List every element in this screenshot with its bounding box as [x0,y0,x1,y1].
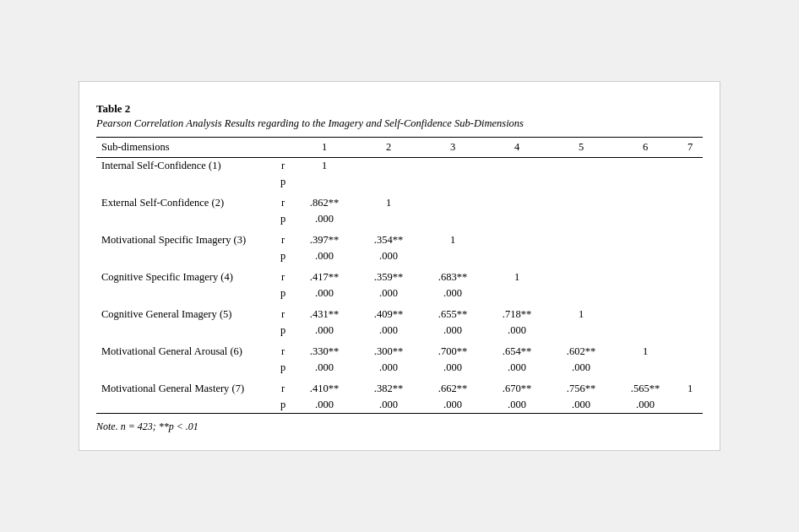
cell-p-5: .000 [549,360,613,381]
cell-p-3 [421,248,485,269]
cell-r-5 [549,158,613,175]
cell-r-5 [549,195,613,211]
row-stat-p: p [274,285,292,307]
cell-p-1: .000 [292,360,356,381]
cell-r-2: .359** [356,269,421,285]
cell-p-7 [677,397,703,414]
table-row: Cognitive Specific Imagery (4)r.417**.35… [96,269,703,285]
cell-r-1: 1 [292,158,356,175]
cell-r-3: 1 [421,232,485,248]
table-row: Motivational Specific Imagery (3)r.397**… [96,232,703,248]
cell-p-7 [677,323,703,344]
cell-r-5 [549,269,613,285]
cell-p-6 [613,360,677,381]
row-stat-p: p [274,248,292,269]
cell-p-3: .000 [421,360,485,381]
table-row: Motivational General Mastery (7)r.410**.… [96,381,703,397]
cell-p-5: .000 [549,397,613,414]
cell-r-3 [421,158,485,175]
table-row: External Self-Confidence (2)r.862**1 [96,195,703,211]
cell-r-5: .756** [549,381,613,397]
cell-p-6 [613,285,677,307]
cell-p-1: .000 [292,397,356,414]
row-stat-p: p [274,360,292,381]
cell-p-3 [421,211,485,232]
cell-r-3: .683** [421,269,485,285]
cell-r-7 [677,269,703,285]
cell-r-2: .354** [356,232,421,248]
row-label: Internal Self-Confidence (1) [96,158,274,175]
cell-r-7 [677,195,703,211]
row-label-empty [96,211,274,232]
cell-r-4: 1 [485,269,549,285]
row-stat-r: r [274,381,292,397]
cell-p-1: .000 [292,323,356,344]
table-container: Table 2 Pearson Correlation Analysis Res… [79,81,720,451]
row-label-empty [96,248,274,269]
header-col5: 5 [549,138,613,158]
cell-p-7 [677,360,703,381]
cell-r-5: .602** [549,344,613,360]
cell-p-5 [549,248,613,269]
cell-p-4 [485,248,549,269]
cell-r-7 [677,307,703,323]
header-col4: 4 [485,138,549,158]
cell-r-7 [677,232,703,248]
cell-p-3: .000 [421,285,485,307]
cell-p-2 [356,174,421,195]
row-stat-r: r [274,307,292,323]
row-stat-p: p [274,323,292,344]
cell-r-4: .670** [485,381,549,397]
cell-r-1: .410** [292,381,356,397]
table-row-p: p.000.000 [96,248,703,269]
row-label: Motivational General Arousal (6) [96,344,274,360]
cell-p-6 [613,211,677,232]
cell-r-1: .330** [292,344,356,360]
table-label: Table 2 [96,102,703,116]
row-label-empty [96,397,274,414]
cell-p-3 [421,174,485,195]
cell-r-2: 1 [356,195,421,211]
table-caption: Pearson Correlation Analysis Results reg… [96,117,703,130]
table-row-p: p.000.000.000 [96,285,703,307]
header-col7: 7 [677,138,703,158]
cell-p-6 [613,323,677,344]
cell-r-6 [613,158,677,175]
cell-p-7 [677,285,703,307]
row-stat-r: r [274,232,292,248]
cell-r-3 [421,195,485,211]
cell-r-4 [485,232,549,248]
cell-p-2 [356,211,421,232]
cell-p-4 [485,174,549,195]
table-row: Internal Self-Confidence (1)r1 [96,158,703,175]
cell-r-6 [613,307,677,323]
row-stat-r: r [274,195,292,211]
row-label-empty [96,285,274,307]
cell-r-4 [485,195,549,211]
row-stat-p: p [274,211,292,232]
cell-r-2 [356,158,421,175]
cell-p-3: .000 [421,323,485,344]
cell-p-5 [549,174,613,195]
cell-r-6: 1 [613,344,677,360]
table-row-p: p [96,174,703,195]
cell-r-6 [613,195,677,211]
cell-r-6: .565** [613,381,677,397]
row-stat-r: r [274,158,292,175]
cell-r-6 [613,269,677,285]
header-col6: 6 [613,138,677,158]
cell-p-2: .000 [356,285,421,307]
cell-p-7 [677,211,703,232]
header-col3: 3 [421,138,485,158]
cell-p-4 [485,285,549,307]
table-row: Motivational General Arousal (6)r.330**.… [96,344,703,360]
cell-r-5 [549,232,613,248]
row-stat-r: r [274,269,292,285]
cell-p-2: .000 [356,397,421,414]
cell-r-7: 1 [677,381,703,397]
cell-r-1: .862** [292,195,356,211]
cell-r-7 [677,344,703,360]
cell-p-1 [292,174,356,195]
cell-r-2: .382** [356,381,421,397]
cell-r-1: .397** [292,232,356,248]
